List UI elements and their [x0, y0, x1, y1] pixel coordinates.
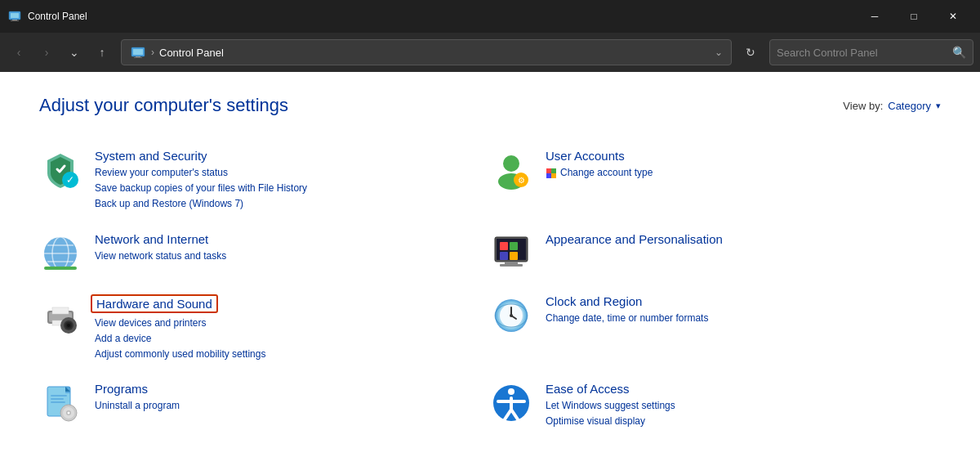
main-content: Adjust your computer's settings View by:… — [0, 72, 980, 466]
svg-rect-53 — [51, 401, 65, 403]
ease-title[interactable]: Ease of Access — [546, 382, 630, 396]
svg-rect-27 — [510, 242, 518, 250]
path-chevron: ⌄ — [715, 47, 723, 58]
close-button[interactable]: ✕ — [934, 3, 972, 29]
back-button[interactable]: ‹ — [7, 40, 31, 65]
network-link-1[interactable]: View network status and tasks — [95, 249, 490, 264]
svg-point-46 — [510, 314, 513, 317]
ease-icon — [490, 382, 532, 424]
network-icon — [39, 232, 82, 275]
view-by-control[interactable]: View by: Category ▾ — [843, 100, 941, 112]
up-button[interactable]: ↑ — [90, 40, 114, 65]
svg-rect-7 — [134, 57, 142, 58]
svg-rect-16 — [546, 173, 551, 178]
programs-link-1[interactable]: Uninstall a program — [95, 398, 490, 414]
network-content: Network and Internet View network status… — [95, 232, 490, 264]
system-security-icon: ✓ — [39, 149, 82, 191]
svg-rect-29 — [510, 252, 518, 260]
page-header: Adjust your computer's settings View by:… — [39, 95, 941, 116]
hardware-title[interactable]: Hardware and Sound — [91, 294, 218, 313]
search-box[interactable]: 🔍 — [769, 39, 973, 65]
svg-rect-17 — [551, 173, 556, 178]
programs-content: Programs Uninstall a program — [95, 382, 490, 414]
path-icon — [130, 44, 146, 60]
svg-rect-28 — [500, 252, 508, 260]
view-by-value[interactable]: Category — [888, 100, 931, 112]
path-text: Control Panel — [159, 47, 224, 59]
address-bar: ‹ › ⌄ ↑ › Control Panel ⌄ ↻ 🔍 — [0, 33, 980, 72]
view-by-label: View by: — [843, 100, 883, 112]
view-by-chevron: ▾ — [936, 101, 941, 111]
hardware-link-2[interactable]: Add a device — [95, 331, 490, 347]
ease-link-2[interactable]: Optimise visual display — [546, 414, 941, 429]
svg-rect-26 — [500, 242, 508, 250]
system-security-link-2[interactable]: Save backup copies of your files with Fi… — [95, 181, 490, 196]
maximize-button[interactable]: □ — [895, 3, 933, 29]
system-security-link-3[interactable]: Back up and Restore (Windows 7) — [95, 196, 490, 212]
user-accounts-title[interactable]: User Accounts — [546, 149, 625, 163]
svg-rect-23 — [44, 267, 77, 270]
svg-rect-51 — [51, 395, 67, 397]
category-system-security: ✓ System and Security Review your comput… — [39, 139, 490, 222]
category-programs: Programs Uninstall a program — [39, 372, 490, 439]
programs-title[interactable]: Programs — [95, 382, 148, 396]
clock-content: Clock and Region Change date, time or nu… — [546, 294, 941, 326]
programs-icon — [39, 382, 82, 424]
hardware-content: Hardware and Sound View devices and prin… — [95, 294, 490, 363]
hardware-link-1[interactable]: View devices and printers — [95, 316, 490, 331]
category-clock: Clock and Region Change date, time or nu… — [490, 285, 941, 373]
svg-rect-52 — [51, 398, 64, 400]
clock-link-1[interactable]: Change date, time or number formats — [546, 311, 941, 326]
svg-rect-30 — [505, 262, 518, 264]
minimize-button[interactable]: ─ — [856, 3, 893, 29]
appearance-icon — [490, 232, 532, 275]
category-ease: Ease of Access Let Windows suggest setti… — [490, 372, 941, 439]
system-security-title[interactable]: System and Security — [95, 149, 207, 163]
appearance-title[interactable]: Appearance and Personalisation — [546, 232, 723, 246]
address-path[interactable]: › Control Panel ⌄ — [121, 39, 732, 65]
clock-icon — [490, 294, 532, 337]
hardware-link-3[interactable]: Adjust commonly used mobility settings — [95, 347, 490, 362]
svg-rect-3 — [11, 20, 19, 21]
network-title[interactable]: Network and Internet — [95, 232, 208, 246]
svg-rect-34 — [52, 307, 69, 314]
user-accounts-content: User Accounts Change account type — [546, 149, 941, 184]
svg-point-39 — [67, 324, 70, 327]
system-security-content: System and Security Review your computer… — [95, 149, 490, 213]
appearance-content: Appearance and Personalisation — [546, 232, 941, 249]
hardware-icon — [39, 294, 82, 337]
svg-point-10 — [503, 155, 519, 172]
svg-text:⚙: ⚙ — [518, 176, 525, 185]
search-input[interactable] — [777, 47, 947, 59]
user-accounts-icon: ⚙ — [490, 149, 532, 191]
title-bar-icon — [8, 10, 21, 23]
svg-text:✓: ✓ — [66, 174, 74, 186]
category-user-accounts: ⚙ User Accounts Change account type — [490, 139, 941, 222]
refresh-button[interactable]: ↻ — [738, 40, 763, 65]
svg-rect-5 — [133, 49, 143, 55]
forward-button[interactable]: › — [34, 40, 59, 65]
system-security-link-1[interactable]: Review your computer's status — [95, 165, 490, 181]
category-appearance: Appearance and Personalisation — [490, 222, 941, 285]
search-button[interactable]: 🔍 — [952, 46, 966, 59]
svg-rect-15 — [551, 168, 556, 173]
ease-link-1[interactable]: Let Windows suggest settings — [546, 398, 941, 414]
dropdown-button[interactable]: ⌄ — [62, 40, 87, 65]
clock-title[interactable]: Clock and Region — [546, 294, 642, 308]
ease-content: Ease of Access Let Windows suggest setti… — [546, 382, 941, 429]
title-bar: Control Panel ─ □ ✕ — [0, 0, 980, 33]
path-separator: › — [151, 47, 154, 58]
title-bar-title: Control Panel — [28, 11, 849, 22]
category-network: Network and Internet View network status… — [39, 222, 490, 285]
categories-grid: ✓ System and Security Review your comput… — [39, 139, 941, 440]
svg-point-57 — [68, 412, 70, 414]
category-hardware: Hardware and Sound View devices and prin… — [39, 285, 490, 373]
page-title: Adjust your computer's settings — [39, 95, 288, 116]
svg-rect-31 — [500, 264, 523, 267]
svg-point-59 — [508, 388, 514, 395]
svg-rect-14 — [546, 168, 551, 173]
svg-rect-1 — [11, 13, 19, 18]
title-bar-controls: ─ □ ✕ — [856, 3, 972, 29]
user-accounts-link-1[interactable]: Change account type — [546, 165, 941, 184]
